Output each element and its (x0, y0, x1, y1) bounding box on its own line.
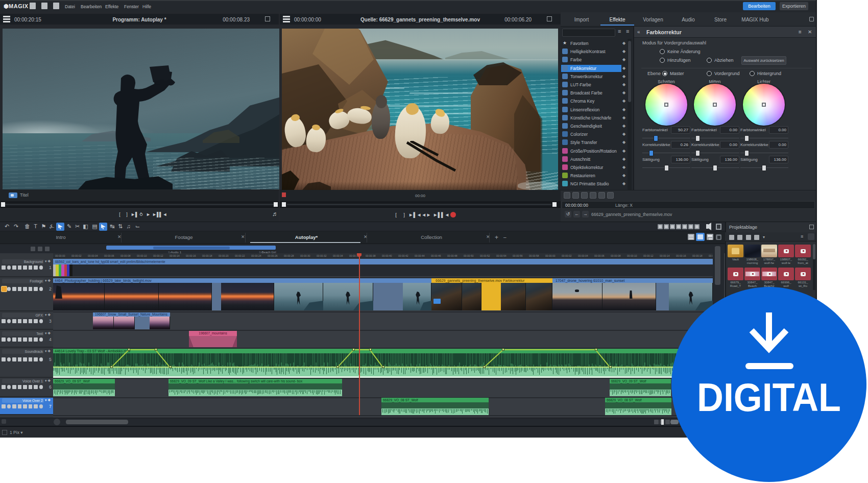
svg-text:DIGITAL: DIGITAL (697, 375, 841, 419)
